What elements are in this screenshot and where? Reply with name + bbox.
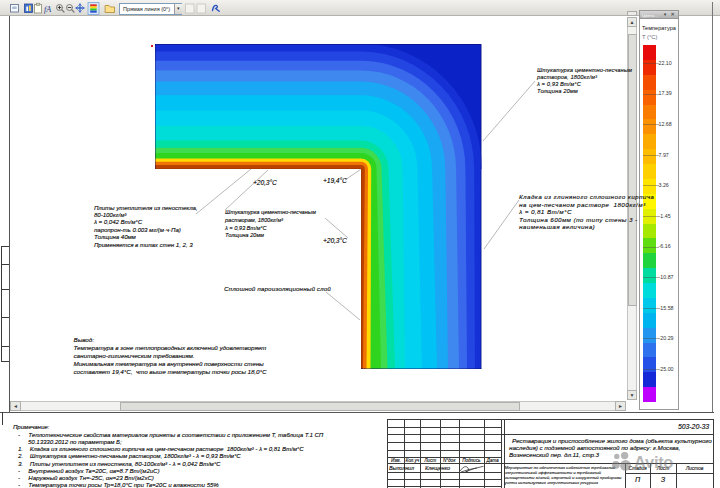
svg-text:Avito: Avito [634,453,673,471]
